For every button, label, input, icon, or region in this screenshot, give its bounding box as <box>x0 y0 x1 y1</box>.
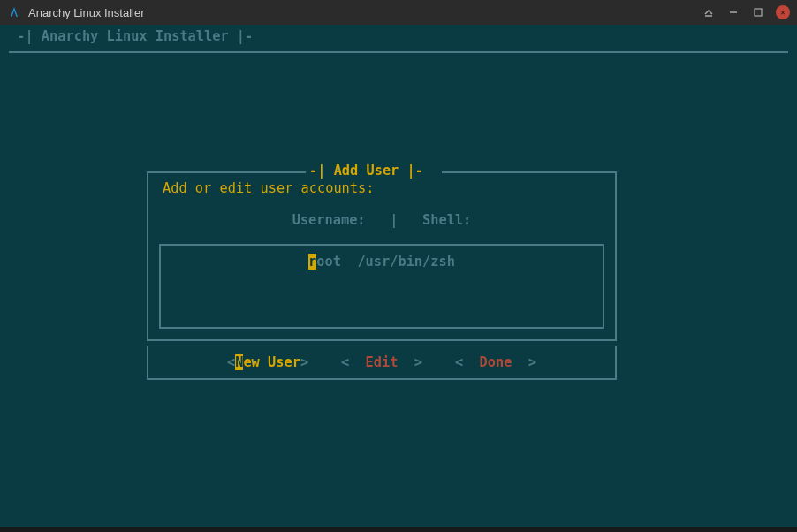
close-icon[interactable] <box>776 5 790 19</box>
button-gap2 <box>422 354 455 370</box>
user-shell: /usr/bin/zsh <box>357 254 455 270</box>
installer-header: -| Anarchy Linux Installer |- <box>9 28 788 44</box>
dialog-border-top-right <box>442 171 617 173</box>
window-title: Anarchy Linux Installer <box>28 6 702 19</box>
dialog-title-row: -| Add User |- <box>140 163 624 180</box>
terminal-area: -| Anarchy Linux Installer |- -| Add Use… <box>0 25 797 532</box>
dialog-title: -| Add User |- <box>309 163 423 179</box>
done-button[interactable]: < Done > <box>455 354 536 370</box>
user-row-gap <box>341 254 357 270</box>
app-icon <box>7 5 21 19</box>
window-controls <box>702 5 790 19</box>
user-list-box: root /usr/bin/zsh <box>159 244 604 329</box>
maximize-icon[interactable] <box>751 5 765 19</box>
dialog-border-top-left <box>147 171 306 173</box>
user-row[interactable]: root /usr/bin/zsh <box>161 254 603 270</box>
edit-button[interactable]: < Edit > <box>341 354 422 370</box>
username-first-char: r <box>308 254 316 270</box>
button-gap1 <box>308 354 341 370</box>
window-titlebar: Anarchy Linux Installer <box>0 0 797 25</box>
dialog-button-bar: <New User> < Edit > < Done > <box>147 346 617 380</box>
bottom-bar <box>0 527 797 532</box>
dialog-body: Add or edit user accounts: Username: | S… <box>147 173 617 341</box>
new-user-button[interactable]: <New User> <box>227 354 308 370</box>
shade-icon[interactable] <box>702 5 716 19</box>
username-rest: oot <box>316 254 341 270</box>
add-user-dialog: -| Add User |- Add or edit user accounts… <box>140 163 624 380</box>
dialog-column-headers: Username: | Shell: <box>159 212 604 228</box>
minimize-icon[interactable] <box>726 5 740 19</box>
header-divider <box>9 51 788 53</box>
svg-rect-2 <box>755 9 762 16</box>
